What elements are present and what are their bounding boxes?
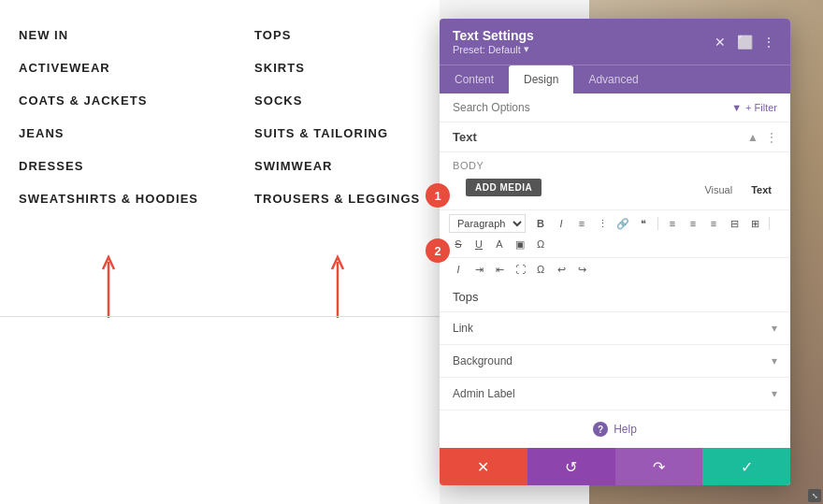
strikethrough-btn[interactable]: S bbox=[449, 235, 468, 253]
step-badge-1: 1 bbox=[426, 183, 450, 208]
help-area: ? Help bbox=[440, 410, 790, 448]
section-icons: ▲ ⋮ bbox=[747, 131, 777, 144]
underline-btn[interactable]: U bbox=[469, 235, 488, 253]
filter-button[interactable]: ▼ + Filter bbox=[731, 102, 777, 113]
text-view-btn[interactable]: Text bbox=[745, 182, 777, 197]
visual-view-btn[interactable]: Visual bbox=[699, 182, 738, 197]
nav-item-new-in[interactable]: NEW IN bbox=[19, 28, 198, 42]
resize-icon: ⤡ bbox=[812, 492, 818, 500]
view-toggle: Visual Text bbox=[699, 182, 777, 197]
filter-icon: ▼ bbox=[731, 102, 742, 113]
search-bar: ▼ + Filter bbox=[440, 94, 790, 122]
cancel-button[interactable]: ✕ bbox=[440, 448, 527, 485]
body-label: Body bbox=[440, 152, 790, 175]
align-left-btn[interactable]: ≡ bbox=[663, 214, 682, 233]
nav-column-2: TOPS SKIRTS SOCKS SUITS & TAILORING SWIM… bbox=[254, 28, 420, 476]
nav-item-jeans[interactable]: JEANS bbox=[19, 126, 198, 140]
toolbar-separator-1 bbox=[657, 217, 658, 230]
close-icon[interactable]: ✕ bbox=[712, 34, 729, 50]
bottom-divider bbox=[0, 316, 440, 317]
outdent-btn[interactable]: ⇤ bbox=[490, 260, 509, 279]
background-label: Background bbox=[453, 354, 513, 367]
resize-handle[interactable]: ⤡ bbox=[808, 489, 821, 502]
paragraph-select[interactable]: Paragraph bbox=[449, 214, 526, 233]
text-section-title: Text bbox=[453, 130, 477, 144]
nav-column-1: NEW IN ACTIVEWEAR COATS & JACKETS JEANS … bbox=[19, 28, 198, 476]
arrow-up-2 bbox=[254, 252, 420, 318]
modal-footer: ✕ ↺ ↷ ✓ bbox=[440, 448, 790, 485]
editor-toolbar-row1: Paragraph B I ≡ ⋮ 🔗 ❝ ≡ ≡ ≡ ⊟ ⊞ S U A ▣ … bbox=[440, 209, 790, 258]
undo-button[interactable]: ↷ bbox=[615, 448, 703, 485]
nav-item-swimwear[interactable]: SWIMWEAR bbox=[254, 159, 420, 173]
maximize-icon[interactable]: ⬜ bbox=[736, 34, 753, 50]
admin-label-section[interactable]: Admin Label ▾ bbox=[440, 378, 790, 410]
text-section-header: Text ▲ ⋮ bbox=[440, 122, 790, 152]
tab-content[interactable]: Content bbox=[440, 65, 509, 94]
more-options-icon[interactable]: ⋮ bbox=[766, 131, 777, 144]
nav-item-tops[interactable]: TOPS bbox=[254, 28, 420, 42]
nav-item-dresses[interactable]: DRESSES bbox=[19, 159, 198, 173]
ordered-list-btn[interactable]: ⋮ bbox=[593, 214, 612, 233]
reset-button[interactable]: ↺ bbox=[527, 448, 615, 485]
modal-panel: Text Settings Preset: Default ▾ ✕ ⬜ ⋮ Co… bbox=[440, 19, 790, 485]
nav-item-activewear[interactable]: ACTIVEWEAR bbox=[19, 61, 198, 75]
nav-item-trousers[interactable]: TROUSERS & LEGGINGS bbox=[254, 192, 420, 206]
editor-toolbar-row2: I ⇥ ⇤ ⛶ Ω ↩ ↪ bbox=[440, 258, 790, 282]
save-button[interactable]: ✓ bbox=[702, 448, 790, 485]
text-color-btn[interactable]: A bbox=[490, 235, 509, 253]
indent-btn[interactable]: ⊟ bbox=[725, 214, 744, 233]
redo-btn[interactable]: ↪ bbox=[572, 260, 591, 279]
toolbar-separator-2 bbox=[769, 217, 770, 230]
italic-btn[interactable]: I bbox=[552, 214, 570, 233]
editor-content[interactable]: Tops bbox=[440, 282, 790, 312]
expand-btn[interactable]: ⛶ bbox=[511, 260, 529, 279]
admin-label-chevron-icon: ▾ bbox=[772, 387, 777, 400]
collapse-icon[interactable]: ▲ bbox=[747, 131, 758, 144]
nav-item-coats[interactable]: COATS & JACKETS bbox=[19, 94, 198, 108]
indent2-btn[interactable]: ⇥ bbox=[469, 260, 488, 279]
modal-title-group: Text Settings Preset: Default ▾ bbox=[453, 28, 534, 55]
nav-item-sweatshirts[interactable]: SWEATSHIRTS & HOODIES bbox=[19, 192, 198, 206]
link-btn[interactable]: 🔗 bbox=[614, 214, 632, 233]
table-btn[interactable]: ⊞ bbox=[745, 214, 764, 233]
bold-btn[interactable]: B bbox=[531, 214, 550, 233]
modal-preset[interactable]: Preset: Default ▾ bbox=[453, 43, 534, 55]
unordered-list-btn[interactable]: ≡ bbox=[572, 214, 591, 233]
admin-label-text: Admin Label bbox=[453, 387, 515, 400]
nav-item-skirts[interactable]: SKIRTS bbox=[254, 61, 420, 75]
nav-item-socks[interactable]: SOCKS bbox=[254, 94, 420, 108]
help-icon: ? bbox=[593, 422, 608, 437]
step-badge-2: 2 bbox=[426, 238, 450, 263]
search-input[interactable] bbox=[453, 101, 731, 114]
link-section[interactable]: Link ▾ bbox=[440, 312, 790, 345]
modal-tabs: Content Design Advanced bbox=[440, 65, 790, 94]
special-char-btn[interactable]: Ω bbox=[531, 260, 550, 279]
modal-body: ▼ + Filter Text ▲ ⋮ Body ADD MEDIA Visua… bbox=[440, 94, 790, 448]
modal-header: Text Settings Preset: Default ▾ ✕ ⬜ ⋮ bbox=[440, 19, 790, 65]
nav-item-suits[interactable]: SUITS & TAILORING bbox=[254, 126, 420, 140]
highlight-btn[interactable]: ▣ bbox=[511, 235, 529, 253]
align-center-btn[interactable]: ≡ bbox=[684, 214, 702, 233]
more-icon[interactable]: ⋮ bbox=[760, 34, 777, 50]
modal-title: Text Settings bbox=[453, 28, 534, 43]
italic2-btn[interactable]: I bbox=[449, 260, 468, 279]
add-media-button[interactable]: ADD MEDIA bbox=[466, 179, 541, 196]
background-section[interactable]: Background ▾ bbox=[440, 345, 790, 378]
arrow-up-1 bbox=[19, 252, 198, 318]
help-link[interactable]: Help bbox=[614, 423, 637, 436]
blockquote-btn[interactable]: ❝ bbox=[634, 214, 653, 233]
format-btn[interactable]: Ω bbox=[531, 235, 550, 253]
tab-advanced[interactable]: Advanced bbox=[573, 65, 653, 94]
tab-design[interactable]: Design bbox=[509, 65, 573, 94]
modal-header-icons: ✕ ⬜ ⋮ bbox=[712, 34, 777, 50]
align-right-btn[interactable]: ≡ bbox=[704, 214, 723, 233]
background-chevron-icon: ▾ bbox=[772, 354, 777, 367]
nav-area: NEW IN ACTIVEWEAR COATS & JACKETS JEANS … bbox=[0, 0, 440, 504]
undo-btn[interactable]: ↩ bbox=[552, 260, 570, 279]
link-label: Link bbox=[453, 322, 473, 335]
link-chevron-icon: ▾ bbox=[772, 322, 777, 335]
